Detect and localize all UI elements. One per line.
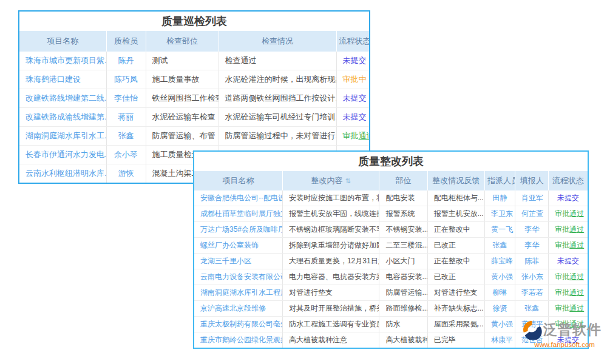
col-inspector: 质检员 (106, 31, 146, 52)
feedback-cell: 正在整改中 (427, 222, 484, 238)
project-name-link[interactable]: 云南水利枢纽潜明水库... (19, 164, 106, 183)
assignee-link[interactable]: 林康平 (484, 332, 515, 348)
project-name-link[interactable]: 重庆太极制药有限公司亳州中... (194, 317, 282, 332)
inspection-situation-cell: 道路两侧铁丝网围挡工作按设计... (219, 89, 336, 108)
part-cell: 报警系统 (379, 206, 427, 222)
rectify-content-cell: 电力电容器、电抗器安装方案,... (282, 269, 379, 285)
status-badge: 审批通过 (549, 238, 588, 254)
rectify-content-cell: 对其及时开展整治措施，桥头... (282, 301, 379, 317)
rectification-list-panel: 质量整改列表 项目名称整改内容⇅部位整改情况反馈指派人员填报人流程状态 安徽合肥… (193, 150, 589, 349)
feedback-cell: 已改正 (427, 269, 484, 285)
fanpu-logo-icon (522, 320, 542, 340)
inspector-link[interactable]: 游恢 (106, 164, 146, 183)
project-name-link[interactable]: 珠海市城市更新项目紫... (19, 52, 106, 70)
part-cell: 防水 (379, 317, 427, 332)
part-cell: 配电安装 (379, 190, 427, 206)
reporter-link[interactable]: 何芷萱 (515, 206, 549, 222)
reporter-link[interactable]: 张小东 (515, 269, 549, 285)
assignee-link[interactable]: 张鑫 (484, 238, 515, 254)
rectification-list-title: 质量整改列表 (194, 152, 588, 171)
inspector-link[interactable]: 陈巧凤 (106, 70, 146, 89)
sort-icon[interactable]: ⇅ (345, 177, 351, 184)
inspector-link[interactable]: 余小琴 (106, 146, 146, 164)
page: 质量巡检列表 项目名称质检员检查部位检查情况流程状态 珠海市城市更新项目紫...… (0, 0, 607, 364)
table-row: 珠海鹤港口建设陈巧凤施工质量事故水泥砼灌注的时候，出现离析现象审批中 (19, 70, 369, 89)
col-inspection-part: 检查部位 (146, 31, 219, 52)
table-row: 京沪高速北京段维修对其及时开展整治措施，桥头...路面维修检...补齐缺失标志.… (194, 301, 588, 317)
table-row: 安徽合肥供电公司--配电设备...安装时应按施工图的布置，将...配电安装配电柜… (194, 190, 588, 206)
fanpu-logo-url[interactable]: www.fanpusoft.com (522, 342, 607, 349)
inspection-part-cell: 铁丝网围挡工作检查 (146, 89, 219, 108)
project-name-link[interactable]: 云南电力设备安装有限公司20... (194, 269, 282, 285)
inspection-situation-cell: 防腐管运输过程中，未对管进行... (219, 127, 336, 146)
project-name-link[interactable]: 湖南洞庭湖水库引水工程施工标 (194, 285, 282, 301)
rectify-content-cell: 防水工程施工选调有专业资质... (282, 317, 379, 332)
feedback-cell: 屋面采用聚氨... (427, 317, 484, 332)
table-row: 云南电力设备安装有限公司20...电力电容器、电抗器安装方案,...电容器安装.… (194, 269, 588, 285)
project-name-link[interactable]: 龙湖三千里小区 (194, 254, 282, 269)
status-badge: 审批通过 (549, 285, 588, 301)
col-feedback: 整改情况反馈 (427, 171, 484, 190)
status-badge: 审批通过 (549, 301, 588, 317)
reporter-link[interactable]: 李华 (515, 238, 549, 254)
assignee-link[interactable]: 柳琳 (484, 285, 515, 301)
col-flow-status: 流程状态 (336, 31, 369, 52)
reporter-link[interactable]: 肖亚军 (515, 190, 549, 206)
table-row: 改建铁路成渝线增建第...蒋丽水泥砼运输车检查水泥砼运输车司机经过专门培训...… (19, 108, 369, 127)
reporter-link[interactable]: 张鑫 (515, 301, 549, 317)
part-cell: 电容器安装... (379, 269, 427, 285)
col-project-name: 项目名称 (19, 31, 106, 52)
inspection-situation-cell: 水泥砼灌注的时候，出现离析现象 (219, 70, 336, 89)
col-flow-status: 流程状态 (549, 171, 588, 190)
status-badge: 审批通过 (549, 222, 588, 238)
project-name-link[interactable]: 湖南洞庭湖水库引水工... (19, 127, 106, 146)
project-name-link[interactable]: 万达广场35#会所及咖啡厅空... (194, 222, 282, 238)
reporter-link[interactable]: 陈菲 (515, 254, 549, 269)
col-rectify-content[interactable]: 整改内容⇅ (282, 171, 379, 190)
inspector-link[interactable]: 张鑫 (106, 127, 146, 146)
col-project-name: 项目名称 (194, 171, 282, 190)
project-name-link[interactable]: 成都杜甫草堂临时展厅独立展... (194, 206, 282, 222)
assignee-link[interactable]: 徐贤 (484, 301, 515, 317)
rectify-content-cell: 不锈钢边框玻璃隔断安装不牢... (282, 222, 379, 238)
project-name-link[interactable]: 长春市伊通河水力发电... (19, 146, 106, 164)
assignee-link[interactable]: 黄小强 (484, 269, 515, 285)
assignee-link[interactable]: 薛宝峰 (484, 254, 515, 269)
assignee-link[interactable]: 黄小强 (484, 317, 515, 332)
fanpu-logo-text: 泛普软件 (543, 323, 602, 337)
rectify-content-cell: 安装时应按施工图的布置，将... (282, 190, 379, 206)
project-name-link[interactable]: 重庆市鹅岭公园绿化景观提升... (194, 332, 282, 348)
table-row: 成都杜甫草堂临时展厅独立展...报警主机安放牢固，线缆连接...报警系统报警主机… (194, 206, 588, 222)
part-cell: 高大植被栽种 (379, 332, 427, 348)
assignee-link[interactable]: 田静 (484, 190, 515, 206)
reporter-link[interactable]: 李若若 (515, 285, 549, 301)
table-row: 龙湖三千里小区大理石质量更换，12月31日之...小区大门正在整改中薛宝峰陈菲未… (194, 254, 588, 269)
assignee-link[interactable]: 李卫东 (484, 206, 515, 222)
project-name-link[interactable]: 京沪高速北京段维修 (194, 301, 282, 317)
inspector-link[interactable]: 陈丹 (106, 52, 146, 70)
col-part: 部位 (379, 171, 427, 190)
status-badge: 未提交 (549, 190, 588, 206)
feedback-cell: 对管进行垫支 (427, 285, 484, 301)
inspection-table-header-row: 项目名称质检员检查部位检查情况流程状态 (19, 31, 369, 52)
reporter-link[interactable]: 李华 (515, 222, 549, 238)
rectify-content-cell: 大理石质量更换，12月31日之... (282, 254, 379, 269)
project-name-link[interactable]: 改建铁路成渝线增建第... (19, 108, 106, 127)
inspector-link[interactable]: 李佳怡 (106, 89, 146, 108)
status-badge: 未提交 (336, 108, 369, 127)
project-name-link[interactable]: 珠海鹤港口建设 (19, 70, 106, 89)
rectification-table-header-row: 项目名称整改内容⇅部位整改情况反馈指派人员填报人流程状态 (194, 171, 588, 190)
table-row: 改建铁路线增建第二线...李佳怡铁丝网围挡工作检查道路两侧铁丝网围挡工作按设计.… (19, 89, 369, 108)
project-name-link[interactable]: 安徽合肥供电公司--配电设备... (194, 190, 282, 206)
status-badge: 审批通过 (549, 269, 588, 285)
project-name-link[interactable]: 改建铁路线增建第二线... (19, 89, 106, 108)
inspector-link[interactable]: 蒋丽 (106, 108, 146, 127)
project-name-link[interactable]: 螺丝厂办公室装饰 (194, 238, 282, 254)
feedback-cell: 补齐缺失标志... (427, 301, 484, 317)
assignee-link[interactable]: 黄一飞 (484, 222, 515, 238)
table-row: 螺丝厂办公室装饰拆除到承重墙部分请做好加固...二至三楼混...已改正张鑫李华审… (194, 238, 588, 254)
col-reporter: 填报人 (515, 171, 549, 190)
table-row: 万达广场35#会所及咖啡厅空...不锈钢边框玻璃隔断安装不牢...不锈钢安装..… (194, 222, 588, 238)
status-badge: 审批通过 (336, 127, 369, 146)
inspection-part-cell: 测试 (146, 52, 219, 70)
